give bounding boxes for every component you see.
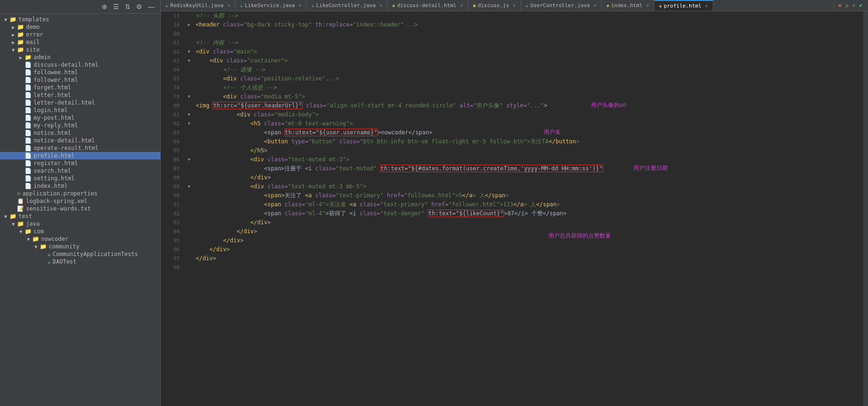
- tree-item-notice.html[interactable]: 📄notice.html: [0, 129, 160, 137]
- tab-discuss-detail[interactable]: ◈discuss-detail.html×: [388, 0, 469, 11]
- tree-item-application.properties[interactable]: ⚙application.properties: [0, 190, 160, 197]
- tree-item-search.html[interactable]: 📄search.html: [0, 167, 160, 175]
- tree-item-my-reply.html[interactable]: 📄my-reply.html: [0, 122, 160, 129]
- tree-item-register.html[interactable]: 📄register.html: [0, 159, 160, 167]
- tree-arrow: ▼: [9, 47, 17, 53]
- folder-icon: 📁: [25, 54, 32, 61]
- tree-item-mail[interactable]: ▶📁mail: [0, 38, 160, 46]
- tab-close-btn[interactable]: ×: [646, 3, 649, 8]
- tab-bar-scroll: ☕RedisKeyUtil.java×☕LikeService.java×☕Li…: [161, 0, 833, 11]
- code-line-89: 89▼ <div class="text-muted mt-3 mb-5">: [161, 182, 868, 191]
- tree-item-logback-spring.xml[interactable]: 📋logback-spring.xml: [0, 197, 160, 205]
- html-file-icon: 📄: [25, 62, 32, 68]
- tab-close-btn[interactable]: ×: [594, 3, 597, 8]
- tree-item-forget.html[interactable]: 📄forget.html: [0, 84, 160, 91]
- sidebar-locate-btn[interactable]: ⊕: [100, 2, 109, 11]
- tree-item-demo[interactable]: ▶📁demo: [0, 23, 160, 31]
- html-file-icon: 📄: [25, 92, 32, 98]
- line-code: <img th:src="${user.headerUrl}" class="a…: [194, 101, 868, 110]
- fold-icon[interactable]: ▼: [188, 110, 190, 119]
- line-number: 96: [161, 245, 184, 254]
- tree-file-icon: 📁: [17, 46, 26, 53]
- code-line-65: 65 <div class="position-relative"...>: [161, 74, 868, 83]
- tab-LikeService[interactable]: ☕LikeService.java×: [235, 0, 307, 11]
- fold-icon[interactable]: ▼: [188, 92, 190, 101]
- tree-item-profile.html[interactable]: 📄profile.html: [0, 152, 160, 159]
- tree-file-icon: 📄: [25, 77, 34, 83]
- line-code: <div class="container">: [194, 56, 868, 65]
- editor-content[interactable]: 13<!-- 头部 -->14▶<header class="bg-dark s…: [161, 11, 868, 406]
- tree-item-my-post.html[interactable]: 📄my-post.html: [0, 114, 160, 122]
- code-line-64: 64 <!-- 选项 -->: [161, 65, 868, 74]
- tab-label: RedisKeyUtil.java: [170, 2, 224, 9]
- tree-label: admin: [34, 54, 51, 61]
- tree-file-icon: 📋: [17, 198, 26, 204]
- line-gutter: ▼: [184, 182, 194, 191]
- tree-item-notice-detail.html[interactable]: 📄notice-detail.html: [0, 137, 160, 144]
- tab-discuss[interactable]: ◉discuss.js×: [469, 0, 521, 11]
- sidebar-collapse-btn[interactable]: ☰: [111, 2, 121, 11]
- tab-file-icon: ◉: [473, 3, 476, 8]
- tree-item-operate-result.html[interactable]: 📄operate-result.html: [0, 144, 160, 152]
- file-tree: ▼📁templates▶📁demo▶📁error▶📁mail▼📁site▶📁ad…: [0, 14, 160, 406]
- fold-icon[interactable]: ▶: [188, 20, 190, 29]
- tree-item-com[interactable]: ▼📁com: [0, 228, 160, 235]
- tree-item-followee.html[interactable]: 📄followee.html: [0, 69, 160, 76]
- tree-label: notice.html: [34, 130, 71, 136]
- tree-item-letter.html[interactable]: 📄letter.html: [0, 91, 160, 99]
- sidebar-header: ⊕ ☰ ⇅ ⚙ —: [0, 0, 160, 14]
- tree-item-index.html-site[interactable]: 📄index.html: [0, 182, 160, 190]
- fold-icon[interactable]: ▼: [188, 182, 190, 191]
- fold-icon[interactable]: ▼: [188, 47, 190, 56]
- tree-item-templates[interactable]: ▼📁templates: [0, 16, 160, 23]
- tree-item-login.html[interactable]: 📄login.html: [0, 106, 160, 114]
- line-code: <span>关注了 <a class="text-primary" href="…: [194, 191, 868, 200]
- fold-icon[interactable]: ▼: [188, 56, 190, 65]
- tree-item-site[interactable]: ▼📁site: [0, 46, 160, 53]
- tree-file-icon: 📄: [25, 62, 34, 68]
- tab-file-icon: ☕: [526, 3, 529, 8]
- tree-arrow: ▼: [2, 17, 9, 22]
- tree-item-DAOTest[interactable]: ☕DAOTest: [0, 258, 160, 265]
- tab-LikeController[interactable]: ☕LikeController.java×: [307, 0, 388, 11]
- fold-icon[interactable]: ▼: [188, 119, 190, 128]
- tree-item-test[interactable]: ▼📁test: [0, 212, 160, 220]
- tree-item-sensitive-words.txt[interactable]: 📝sensitive-words.txt: [0, 205, 160, 212]
- line-code: <!-- 内容 -->: [194, 38, 868, 47]
- tree-item-discuss-detail.html[interactable]: 📄discuss-detail.html: [0, 61, 160, 69]
- editor-wrapper: 13<!-- 头部 -->14▶<header class="bg-dark s…: [161, 11, 868, 406]
- tree-item-admin[interactable]: ▶📁admin: [0, 53, 160, 61]
- tab-close-btn[interactable]: ×: [705, 3, 708, 9]
- code-line-83: 83 <span th:utext="${user.username}">now…: [161, 128, 868, 137]
- sidebar-settings-btn[interactable]: ⚙: [134, 2, 144, 11]
- tab-close-btn[interactable]: ×: [380, 3, 382, 8]
- tree-item-follower.html[interactable]: 📄follower.html: [0, 76, 160, 84]
- tab-profile[interactable]: ◈profile.html×: [654, 0, 713, 11]
- line-number: 97: [161, 254, 184, 263]
- tree-label: templates: [18, 16, 49, 23]
- tab-close-btn[interactable]: ×: [227, 3, 230, 8]
- tab-close-btn[interactable]: ×: [460, 3, 463, 8]
- sidebar-expand-btn[interactable]: ⇅: [123, 2, 132, 11]
- folder-icon: 📁: [9, 213, 17, 220]
- tab-close-btn[interactable]: ×: [299, 3, 302, 8]
- tree-item-nowcoder[interactable]: ▼📁nowcoder: [0, 235, 160, 243]
- tree-item-java[interactable]: ▼📁java: [0, 220, 160, 228]
- tab-UserController[interactable]: ☕UserController.java×: [521, 0, 602, 11]
- tab-index[interactable]: ◈index.html×: [602, 0, 654, 11]
- sidebar-minimize-btn[interactable]: —: [146, 2, 156, 11]
- tree-item-CommunityApplicationTests[interactable]: ☕CommunityApplicationTests: [0, 250, 160, 258]
- tree-item-error[interactable]: ▶📁error: [0, 31, 160, 38]
- tab-close-btn[interactable]: ×: [513, 3, 516, 8]
- code-line-98: 98: [161, 263, 868, 272]
- line-number: 80: [161, 101, 184, 110]
- tab-label: index.html: [611, 2, 642, 9]
- tree-item-setting.html[interactable]: 📄setting.html: [0, 175, 160, 182]
- tab-label: discuss-detail.html: [397, 2, 457, 9]
- tree-item-community[interactable]: ▼📁community: [0, 243, 160, 250]
- tree-item-letter-detail.html[interactable]: 📄letter-detail.html: [0, 99, 160, 106]
- tree-label: followee.html: [34, 69, 78, 76]
- tab-RedisKeyUtil[interactable]: ☕RedisKeyUtil.java×: [161, 0, 235, 11]
- fold-icon[interactable]: ▼: [188, 155, 190, 164]
- tab-file-icon: ☕: [312, 3, 314, 8]
